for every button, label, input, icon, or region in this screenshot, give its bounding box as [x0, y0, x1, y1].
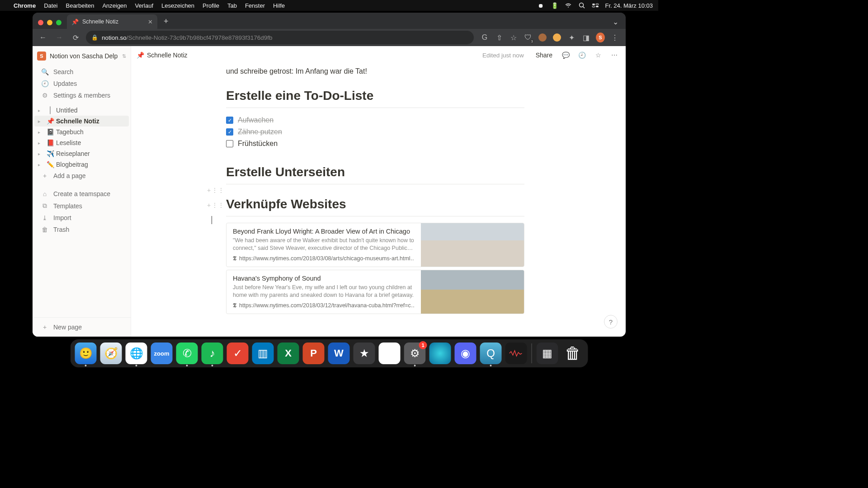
- block-handle[interactable]: + ⋮⋮: [207, 202, 224, 209]
- todo-item[interactable]: Frühstücken: [226, 138, 524, 150]
- dock-app-todoist[interactable]: ✓: [227, 343, 249, 364]
- help-button[interactable]: ?: [604, 315, 618, 328]
- reload-button[interactable]: ⟳: [70, 32, 81, 43]
- share-icon[interactable]: ⇧: [495, 33, 504, 42]
- menu-lesezeichen[interactable]: Lesezeichen: [161, 2, 194, 9]
- extensions-puzzle-icon[interactable]: ✦: [567, 33, 576, 42]
- caret-icon[interactable]: ▸: [38, 151, 44, 156]
- wifi-icon[interactable]: [565, 2, 572, 9]
- sidebar-page-tagebuch[interactable]: ▸ 📓 Tagebuch: [34, 127, 129, 137]
- sidebar-page-untitled[interactable]: ▸ Untitled: [34, 105, 129, 116]
- heading-links[interactable]: Verknüpfe Websites: [226, 197, 524, 211]
- google-translate-icon[interactable]: G: [480, 33, 489, 42]
- dock-app-launchpad[interactable]: ▦: [537, 343, 558, 364]
- comments-icon[interactable]: 💬: [560, 49, 571, 61]
- sidebar-add-page[interactable]: + Add a page: [34, 170, 129, 182]
- profile-avatar[interactable]: S: [596, 33, 605, 42]
- dock-app-excel[interactable]: X: [278, 343, 299, 364]
- sidebar-create-teamspace[interactable]: ⌂ Create a teamspace: [34, 188, 129, 200]
- menu-tab[interactable]: Tab: [227, 2, 237, 9]
- sidebar-search[interactable]: 🔍 Search: [34, 66, 129, 78]
- tab-close-icon[interactable]: ✕: [148, 19, 153, 25]
- web-bookmark[interactable]: Havana's Symphony of Sound Just before N…: [226, 270, 524, 314]
- dock-app-imovie[interactable]: ★: [354, 343, 375, 364]
- sidebar-new-page[interactable]: + New page: [34, 321, 129, 333]
- extension-icon[interactable]: [538, 33, 547, 42]
- web-bookmark[interactable]: Beyond Frank Lloyd Wright: A Broader Vie…: [226, 223, 524, 267]
- battery-icon[interactable]: 🔋: [551, 2, 558, 9]
- dock-app-quicktime[interactable]: Q: [480, 343, 502, 364]
- empty-block[interactable]: + ⋮⋮: [226, 184, 524, 184]
- dock-app-powerpoint[interactable]: P: [303, 343, 325, 364]
- sidebar-page-leseliste[interactable]: ▸ 📕 Leseliste: [34, 137, 129, 148]
- dock-app-finder[interactable]: 🙂: [75, 343, 97, 364]
- caret-icon[interactable]: ▸: [38, 141, 44, 145]
- dock-app-trello[interactable]: ▥: [252, 343, 274, 364]
- sidepanel-icon[interactable]: ◨: [581, 33, 590, 42]
- dock-app-safari[interactable]: 🧭: [100, 343, 122, 364]
- plus-icon[interactable]: +: [207, 202, 211, 209]
- page-content[interactable]: und schreibe getrost: Im Anfang war die …: [131, 64, 626, 337]
- sidebar-page-blogbeitrag[interactable]: ▸ ✏️ Blogbeitrag: [34, 159, 129, 170]
- drag-handle-icon[interactable]: ⋮⋮: [212, 187, 224, 194]
- todo-label[interactable]: Zähne putzen: [238, 128, 282, 136]
- workspace-switcher[interactable]: S Notion von Sascha Delp ⇅: [33, 46, 131, 66]
- menu-bearbeiten[interactable]: Bearbeiten: [66, 2, 94, 9]
- dock-app-zoom[interactable]: zoom: [151, 343, 173, 364]
- heading-todo[interactable]: Erstelle eine To-Do-Liste: [226, 89, 524, 103]
- menubar-app-name[interactable]: Chrome: [14, 2, 36, 9]
- sidebar-templates[interactable]: ⧉ Templates: [34, 200, 129, 212]
- tab-list-chevron-icon[interactable]: ⌄: [609, 18, 622, 29]
- window-minimize-button[interactable]: [47, 20, 52, 25]
- menu-fenster[interactable]: Fenster: [245, 2, 265, 9]
- dock-app-whatsapp[interactable]: ✆: [176, 343, 198, 364]
- todo-label[interactable]: Frühstücken: [238, 140, 278, 148]
- menu-profile[interactable]: Profile: [203, 2, 219, 9]
- checkbox-checked-icon[interactable]: ✓: [226, 128, 233, 136]
- window-zoom-button[interactable]: [56, 20, 61, 25]
- extension-shield-icon[interactable]: 🛡3: [524, 33, 533, 42]
- dock-app-gdrive[interactable]: △: [379, 343, 401, 364]
- forward-button[interactable]: →: [53, 32, 65, 43]
- caret-icon[interactable]: ▸: [38, 108, 44, 113]
- caret-icon[interactable]: ▸: [38, 130, 44, 135]
- updates-clock-icon[interactable]: 🕘: [576, 49, 588, 61]
- address-bar[interactable]: 🔒 notion.so/Schnelle-Notiz-73c9b7b98bcf4…: [86, 31, 474, 44]
- menu-anzeigen[interactable]: Anzeigen: [102, 2, 127, 9]
- todo-item[interactable]: ✓ Zähne putzen: [226, 126, 524, 138]
- favorite-star-icon[interactable]: ☆: [592, 49, 604, 61]
- heading-subpages[interactable]: Erstelle Unterseiten: [226, 165, 524, 179]
- share-button[interactable]: Share: [533, 50, 555, 61]
- dock-app-spotify[interactable]: ♪: [202, 343, 223, 364]
- dock-app-siri[interactable]: [429, 343, 451, 364]
- caret-icon[interactable]: ▸: [38, 162, 44, 167]
- screenrecord-icon[interactable]: ⏺: [538, 2, 545, 9]
- checkbox-unchecked-icon[interactable]: [226, 140, 233, 147]
- dock-trash[interactable]: 🗑: [562, 343, 584, 364]
- sidebar-trash[interactable]: 🗑 Trash: [34, 224, 129, 235]
- new-tab-button[interactable]: +: [160, 17, 172, 29]
- dock-app-discord[interactable]: ◉: [455, 343, 476, 364]
- chrome-menu-icon[interactable]: ⋮: [610, 33, 619, 42]
- dock-app-word[interactable]: W: [328, 343, 350, 364]
- caret-icon[interactable]: ▸: [38, 119, 44, 124]
- block-handle[interactable]: + ⋮⋮: [207, 187, 224, 194]
- breadcrumb[interactable]: 📌 Schnelle Notiz: [137, 52, 188, 59]
- spotlight-icon[interactable]: [578, 2, 585, 9]
- lock-icon[interactable]: 🔒: [91, 34, 98, 41]
- dock-app-chrome[interactable]: 🌐: [126, 343, 147, 364]
- browser-tab[interactable]: 📌 Schnelle Notiz ✕: [67, 14, 157, 29]
- sidebar-page-schnelle-notiz[interactable]: ▸ 📌 Schnelle Notiz: [34, 116, 129, 127]
- plus-icon[interactable]: +: [207, 187, 211, 194]
- todo-label[interactable]: Aufwachen: [238, 116, 274, 124]
- dock-app-voicememos[interactable]: [505, 343, 527, 364]
- menu-hilfe[interactable]: Hilfe: [273, 2, 285, 9]
- window-close-button[interactable]: [38, 20, 43, 25]
- menubar-clock[interactable]: Fr. 24. März 10:03: [605, 2, 653, 9]
- todo-item[interactable]: ✓ Aufwachen: [226, 114, 524, 126]
- sidebar-updates[interactable]: 🕘 Updates: [34, 78, 129, 89]
- menu-verlauf[interactable]: Verlauf: [135, 2, 153, 9]
- back-button[interactable]: ←: [37, 32, 49, 43]
- sidebar-page-reiseplaner[interactable]: ▸ ✈️ Reiseplaner: [34, 148, 129, 159]
- sidebar-settings[interactable]: ⚙ Settings & members: [34, 89, 129, 101]
